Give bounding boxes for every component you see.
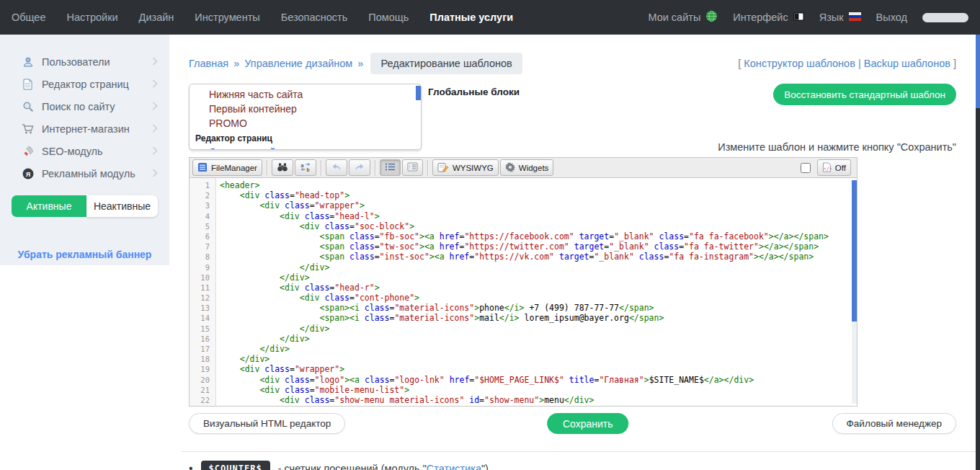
code-line[interactable]: <span class="inst-soc"><a href="https://… [220, 252, 857, 262]
user-icon [22, 56, 34, 68]
sidebar-item[interactable]: Интернет-магазин [0, 117, 169, 140]
line-number: 13 [190, 303, 215, 313]
template-constructor-link[interactable]: Конструктор шаблонов [744, 58, 855, 69]
sidebar-item-label: SEO-модуль [42, 146, 152, 157]
interface-link[interactable]: Интерфейс [733, 12, 803, 23]
code-line[interactable]: <div class="logo"><a class="logo-lnk" hr… [220, 375, 857, 385]
template-backup-link[interactable]: Backup шаблонов [864, 58, 950, 69]
line-number: 11 [190, 283, 215, 293]
topnav-item[interactable]: Безопасность [281, 12, 348, 23]
interface-theme-icon [793, 12, 804, 23]
page-icon [22, 79, 34, 90]
code-line[interactable]: </div> [220, 262, 857, 272]
code-line[interactable]: <span><i class="material-icons">phone</i… [220, 303, 857, 313]
russian-flag-icon [849, 12, 861, 23]
line-number: 1 [190, 180, 215, 190]
restore-default-template-button[interactable]: Восстановить стандартный шаблон [773, 84, 956, 105]
topnav-item-paid-services[interactable]: Платные услуги [429, 12, 513, 23]
visual-html-editor-button[interactable]: Визуальный HTML редактор [189, 413, 345, 434]
site-name-placeholder [922, 13, 968, 22]
page-scrollbar-thumb[interactable] [976, 35, 980, 108]
widgets-button[interactable]: Widgets [500, 159, 554, 176]
code-line[interactable]: <div class="wrapper"> [220, 364, 857, 374]
template-list-scrollbar[interactable] [416, 86, 421, 149]
topnav-item[interactable]: Настройки [66, 12, 117, 23]
code-line[interactable]: <header> [220, 180, 857, 190]
editor-scrollbar-thumb[interactable] [852, 180, 857, 322]
code-line[interactable]: </div> [220, 354, 857, 364]
code-line[interactable]: <div class="head-top"> [220, 190, 857, 200]
chevron-right-icon [152, 146, 158, 157]
highlight-checkbox[interactable] [801, 163, 811, 173]
template-list-item[interactable]: Первый контейнер [190, 102, 421, 116]
active-modules-button[interactable]: Активные [12, 195, 86, 217]
inactive-modules-button[interactable]: Неактивные [86, 195, 158, 217]
code-line[interactable]: </div> [220, 344, 857, 354]
sidebar-item[interactable]: Поиск по сайту [0, 95, 169, 117]
filemanager-icon [197, 162, 208, 174]
template-list-item[interactable]: PROMO [190, 116, 421, 130]
code-area[interactable]: <header> <div class="head-top"> <div cla… [216, 178, 857, 406]
code-line[interactable]: <div class="wrapper"> [220, 200, 857, 210]
template-tools-links: [ Конструктор шаблонов | Backup шаблонов… [738, 58, 956, 69]
chevron-right-icon [152, 101, 158, 112]
off-label: Off [835, 164, 846, 172]
sidebar-item[interactable]: ЯРекламный модуль [0, 162, 169, 185]
code-line[interactable]: <div class="head-r"> [220, 283, 857, 293]
code-line[interactable]: </div> [220, 324, 857, 334]
topnav-item[interactable]: Дизайн [139, 12, 174, 23]
statistics-module-link[interactable]: Статистика [427, 463, 481, 470]
line-number: 5 [190, 221, 215, 231]
svg-text:</>: </> [824, 165, 832, 171]
breadcrumb-home-link[interactable]: Главная [189, 58, 228, 69]
breadcrumb: Главная » Управление дизайном » Редактир… [189, 53, 522, 74]
remove-banner-link[interactable]: Убрать рекламный баннер [0, 249, 169, 260]
line-numbers-button[interactable] [380, 159, 401, 176]
code-line[interactable]: <div class="soc-block"> [220, 221, 857, 231]
find-button[interactable] [272, 159, 293, 176]
indent-button[interactable] [402, 159, 423, 176]
line-numbers-icon [385, 162, 396, 173]
undo-button[interactable] [326, 159, 347, 176]
wysiwyg-button[interactable]: WYSIWYG [432, 159, 499, 176]
code-line[interactable]: </div> [220, 334, 857, 344]
bracket: [ [738, 58, 741, 69]
template-select-list[interactable]: Нижняя часть сайтаПервый контейнерPROMOР… [189, 84, 422, 150]
topnav-item[interactable]: Помощь [368, 12, 409, 23]
file-manager-button[interactable]: Файловый менеджер [832, 413, 956, 434]
globe-icon [705, 10, 718, 25]
logout-link[interactable]: Выход [876, 12, 907, 23]
sidebar-item-label: Пользователи [42, 56, 152, 68]
sidebar-item[interactable]: Редактор страниц [0, 73, 169, 95]
save-button[interactable]: Сохранить [547, 413, 629, 434]
code-line[interactable]: <div class="head-l"> [220, 211, 857, 221]
code-line[interactable]: <span><i class="material-icons">mail</i>… [220, 313, 857, 323]
template-list-item[interactable]: Страницы сайта [190, 145, 421, 150]
template-list-item[interactable]: Нижняя часть сайта [190, 87, 421, 102]
highlight-off-button[interactable]: </> Off [817, 159, 851, 176]
code-line[interactable]: <div class="cont-phone"> [220, 293, 857, 303]
rocket-icon [22, 146, 34, 157]
toolbar-separator [375, 160, 375, 176]
code-line[interactable]: <div class="show-menu material-icons" id… [220, 395, 857, 405]
line-number: 19 [190, 364, 215, 374]
redo-button[interactable] [349, 159, 370, 176]
topnav-item[interactable]: Общее [12, 12, 45, 23]
scrollbar-thumb[interactable] [416, 86, 421, 100]
code-line[interactable]: </div> [220, 272, 857, 283]
code-line[interactable]: <span class="tw-soc"><a href="https://tw… [220, 241, 857, 252]
replace-button[interactable]: ab [295, 159, 316, 176]
breadcrumb-design-link[interactable]: Управление дизайном [244, 58, 352, 69]
code-line[interactable]: <div class="mobile-menu-list"> [220, 385, 857, 395]
line-number: 18 [190, 354, 215, 364]
sidebar-item[interactable]: Пользователи [0, 50, 169, 73]
my-sites-link[interactable]: Мои сайты [648, 10, 718, 25]
editor-scrollbar[interactable] [852, 180, 857, 404]
page-scrollbar[interactable] [976, 35, 980, 470]
filemanager-button[interactable]: FileManager [192, 159, 262, 176]
language-link[interactable]: Язык [819, 12, 861, 23]
code-line[interactable]: <span class="fb-soc"><a href="https://fa… [220, 231, 857, 241]
sidebar-item[interactable]: SEO-модуль [0, 140, 169, 162]
editor-body: 12345678910111213141516171819202122 <hea… [190, 178, 857, 406]
topnav-item[interactable]: Инструменты [195, 12, 259, 23]
